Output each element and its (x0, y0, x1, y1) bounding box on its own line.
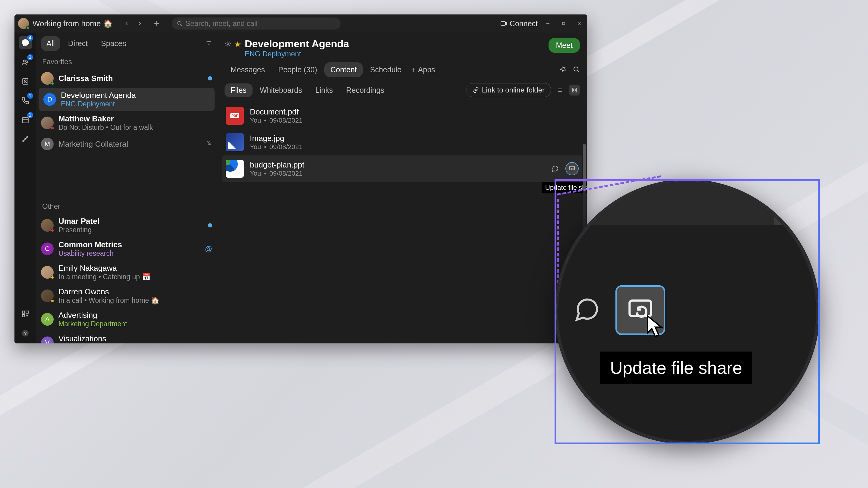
file-update-share-button[interactable] (565, 162, 579, 175)
scrollbar-thumb[interactable] (583, 144, 586, 189)
sidebar: All Direct Spaces Favorites Clarissa Smi… (36, 33, 217, 344)
zoom-message-icon (573, 296, 600, 324)
filter-button[interactable] (206, 40, 212, 47)
svg-point-7 (23, 60, 25, 62)
svg-rect-18 (22, 311, 25, 313)
tab-direct[interactable]: Direct (63, 36, 93, 51)
link-folder-button[interactable]: Link to online folder (467, 83, 551, 97)
file-message-button[interactable] (549, 162, 562, 175)
rail-meetings[interactable]: 1 (19, 113, 32, 127)
connect-icon (500, 20, 507, 27)
svg-text:?: ? (24, 330, 27, 335)
user-avatar[interactable] (18, 18, 29, 29)
view-list-button[interactable] (555, 85, 565, 96)
rail-apps[interactable] (19, 307, 32, 321)
mention-icon: @ (205, 245, 212, 253)
close-button[interactable] (575, 19, 584, 28)
maximize-button[interactable] (559, 19, 568, 28)
file-row[interactable]: Document.pdf You•09/08/2021 (222, 102, 582, 129)
subtab-recordings[interactable]: Recordings (340, 84, 390, 97)
space-item[interactable]: A AdvertisingMarketing Department (36, 307, 217, 331)
cursor-icon (646, 314, 667, 339)
space-item[interactable]: Clarissa Smith (36, 69, 217, 88)
zoom-update-share-button (615, 285, 665, 335)
rail-teams[interactable]: 1 (19, 56, 32, 69)
user-status[interactable]: Working from home 🏠 (33, 19, 113, 28)
space-item[interactable]: M Marketing Collateral (36, 135, 217, 153)
tab-all[interactable]: All (41, 36, 60, 51)
favorites-header: Favorites (36, 55, 217, 69)
space-name: Development Agenda (61, 91, 210, 100)
svg-rect-19 (26, 311, 28, 313)
muted-icon (206, 140, 212, 148)
tab-spaces[interactable]: Spaces (96, 36, 131, 51)
new-button[interactable]: + (151, 18, 162, 29)
teams-badge: 1 (27, 54, 33, 60)
tab-people[interactable]: People (30) (272, 62, 323, 77)
space-team: Usability research (59, 250, 200, 258)
search-bar[interactable] (172, 18, 341, 30)
space-name: Visualizations (59, 334, 212, 344)
rail-contacts[interactable] (19, 75, 32, 88)
presence-active-icon (26, 26, 30, 30)
rail-help[interactable]: ? (19, 327, 32, 340)
space-item[interactable]: Emily NakagawaIn a meeting • Catching up… (36, 261, 217, 284)
rail-messaging[interactable]: 4 (19, 36, 32, 50)
view-grid-button[interactable] (569, 85, 580, 96)
svg-rect-38 (575, 91, 577, 92)
favorites-list: Clarissa Smith D Development AgendaENG D… (36, 69, 217, 199)
subtab-links[interactable]: Links (309, 84, 339, 97)
file-row[interactable]: Image.jpg You•09/08/2021 (222, 129, 582, 156)
tab-schedule[interactable]: Schedule (364, 62, 407, 77)
zoom-callout: Update file share (555, 179, 820, 444)
other-list: Umar PatelPresenting C Common MetricsUsa… (36, 214, 217, 344)
svg-rect-2 (501, 22, 505, 25)
connect-button[interactable]: Connect (500, 19, 538, 28)
svg-rect-35 (572, 88, 574, 90)
sidebar-tabs: All Direct Spaces (36, 33, 217, 55)
tab-messages[interactable]: Messages (224, 62, 271, 77)
presence-active-icon (51, 82, 54, 85)
search-input[interactable] (186, 19, 336, 28)
minimize-button[interactable] (544, 19, 552, 28)
tab-content[interactable]: Content (324, 62, 363, 77)
space-item[interactable]: Umar PatelPresenting (36, 214, 217, 237)
network-icon (22, 135, 29, 143)
nav-forward-button[interactable] (134, 18, 145, 29)
svg-rect-40 (629, 301, 651, 316)
subtab-files[interactable]: Files (224, 84, 253, 97)
favorite-icon[interactable]: ★ (234, 40, 241, 49)
svg-point-16 (27, 136, 28, 138)
file-row-hovered[interactable]: budget-plan.ppt You•09/08/2021 (222, 156, 582, 182)
avatar (41, 117, 54, 129)
add-apps-button[interactable]: +Apps (411, 65, 435, 74)
search-in-space-button[interactable] (572, 66, 580, 74)
svg-point-15 (23, 140, 24, 141)
space-item[interactable]: Darren OwensIn a call • Working from hom… (36, 284, 217, 307)
meet-button[interactable]: Meet (549, 38, 580, 53)
link-icon (473, 87, 479, 93)
space-team-link[interactable]: ENG Deployment (245, 50, 545, 58)
space-name: Umar Patel (59, 217, 203, 226)
space-team: ENG Deployment (61, 100, 210, 108)
svg-rect-36 (575, 88, 577, 90)
rail-calls[interactable]: 1 (19, 94, 32, 107)
space-item[interactable]: V VisualizationsENG Deployment (36, 331, 217, 344)
space-item[interactable]: Matthew BakerDo Not Disturb • Out for a … (36, 111, 217, 135)
space-item-selected[interactable]: D Development AgendaENG Deployment (38, 88, 215, 111)
subtab-whiteboards[interactable]: Whiteboards (254, 84, 308, 97)
nav-back-button[interactable] (121, 18, 132, 29)
pin-button[interactable] (559, 66, 567, 74)
space-name: Clarissa Smith (59, 74, 203, 83)
avatar: C (41, 242, 54, 255)
space-name: Marketing Collateral (59, 139, 201, 149)
svg-line-31 (578, 71, 579, 72)
unread-indicator (208, 223, 212, 227)
apps-icon (22, 310, 29, 318)
space-settings-button[interactable] (224, 40, 231, 49)
file-thumbnail-ppt (226, 160, 244, 178)
rail-more[interactable] (19, 133, 32, 146)
svg-point-30 (574, 67, 578, 71)
file-name: Document.pdf (250, 107, 579, 117)
space-item[interactable]: C Common MetricsUsability research @ (36, 237, 217, 261)
